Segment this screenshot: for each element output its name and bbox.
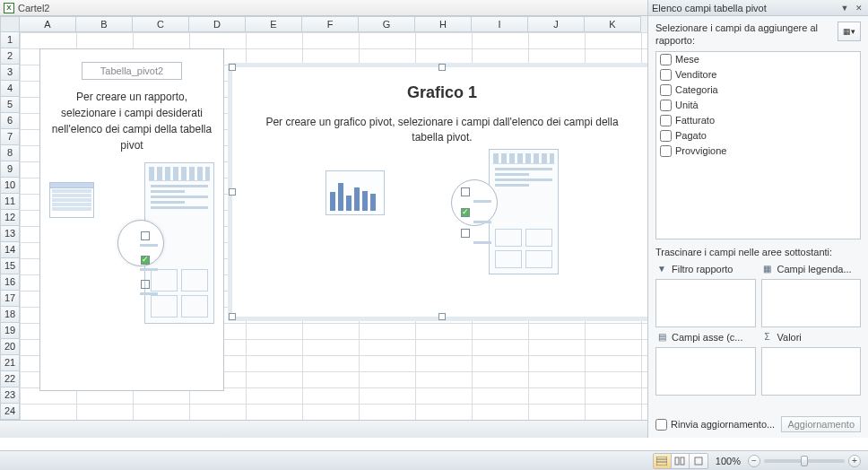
panel-dropdown-icon[interactable]: ▼ (839, 3, 850, 13)
col-header[interactable]: I (472, 16, 528, 32)
panel-title: Elenco campi tabella pivot (652, 3, 767, 13)
field-item[interactable]: Fatturato (656, 113, 860, 128)
row-header[interactable]: 21 (0, 355, 20, 371)
row-header[interactable]: 7 (0, 129, 20, 145)
col-header[interactable]: A (20, 16, 76, 32)
pivot-table-placeholder[interactable]: Tabella_pivot2 Per creare un rapporto, s… (39, 48, 224, 391)
field-label: Unità (675, 100, 699, 110)
zone-legend[interactable] (761, 279, 862, 327)
zone-filter[interactable] (655, 279, 756, 327)
chart-instruction: Per creare un grafico pivot, selezionare… (259, 115, 625, 145)
row-header[interactable]: 3 (0, 65, 20, 81)
resize-handle[interactable] (438, 64, 446, 71)
view-page-break-button[interactable] (690, 454, 707, 468)
resize-handle[interactable] (229, 313, 236, 320)
pivot-table-name: Tabella_pivot2 (82, 62, 182, 80)
field-checkbox[interactable] (660, 54, 672, 65)
workbook-titlebar: X Cartel2 (0, 0, 647, 16)
row-header[interactable]: 11 (0, 194, 20, 210)
row-header[interactable]: 19 (0, 323, 20, 339)
column-headers: A B C D E F G H I J K (0, 16, 647, 32)
view-page-layout-button[interactable] (672, 454, 690, 468)
row-header[interactable]: 2 (0, 48, 20, 65)
zone-header-axis: ▤Campi asse (c... (655, 329, 756, 345)
row-header[interactable]: 24 (0, 404, 20, 420)
field-item[interactable]: Categoria (656, 83, 860, 98)
row-header[interactable]: 8 (0, 145, 20, 161)
col-header[interactable]: H (415, 16, 472, 32)
field-checkbox[interactable] (660, 115, 672, 126)
sheet-tab-row[interactable] (0, 420, 647, 438)
defer-update-checkbox[interactable]: Rinvia aggiornamento... (655, 419, 781, 431)
zoom-track[interactable] (764, 459, 845, 463)
field-item[interactable]: Mese (656, 52, 860, 67)
zoom-level[interactable]: 100% (716, 456, 741, 466)
row-header[interactable]: 15 (0, 258, 20, 274)
row-header[interactable]: 14 (0, 242, 20, 258)
defer-update-input[interactable] (655, 419, 667, 431)
col-header[interactable]: D (189, 16, 246, 32)
row-header[interactable]: 23 (0, 387, 20, 404)
row-header[interactable]: 16 (0, 274, 20, 291)
row-header[interactable]: 9 (0, 161, 20, 178)
col-header[interactable]: B (76, 16, 133, 32)
col-header[interactable]: E (246, 16, 302, 32)
field-checkbox[interactable] (660, 145, 672, 157)
panel-titlebar: Elenco campi tabella pivot ▼ ✕ (648, 0, 868, 16)
svg-rect-5 (695, 457, 702, 465)
resize-handle[interactable] (229, 64, 236, 71)
zoom-slider: − + (748, 455, 861, 467)
bar-chart-icon (326, 170, 385, 215)
zoom-out-button[interactable]: − (748, 455, 760, 467)
magnify-icon: ✓ (451, 179, 498, 226)
svg-rect-3 (675, 457, 679, 465)
field-item[interactable]: Provvigione (656, 144, 860, 159)
row-header[interactable]: 4 (0, 81, 20, 97)
row-header[interactable]: 6 (0, 113, 20, 129)
col-header[interactable]: F (302, 16, 359, 32)
zone-values[interactable] (761, 347, 862, 396)
field-item[interactable]: Pagato (656, 128, 860, 144)
axis-icon: ▤ (655, 331, 668, 344)
row-header[interactable]: 13 (0, 226, 20, 242)
zone-header-values: ΣValori (761, 329, 862, 345)
field-checkbox[interactable] (660, 130, 672, 142)
field-checkbox[interactable] (660, 69, 672, 81)
cell-grid[interactable]: Tabella_pivot2 Per creare un rapporto, s… (20, 32, 647, 438)
row-header[interactable]: 12 (0, 210, 20, 226)
row-header[interactable]: 5 (0, 97, 20, 113)
zone-axis[interactable] (655, 347, 756, 396)
field-item[interactable]: Venditore (656, 67, 860, 83)
zoom-thumb[interactable] (801, 456, 808, 466)
row-header[interactable]: 20 (0, 339, 20, 355)
col-header[interactable]: K (585, 16, 641, 32)
row-header[interactable]: 17 (0, 291, 20, 307)
field-item[interactable]: Unità (656, 98, 860, 113)
col-header[interactable]: G (359, 16, 415, 32)
field-checkbox[interactable] (660, 100, 672, 111)
chart-illustration: ✓ (326, 161, 559, 278)
document-icon (489, 149, 559, 274)
row-header[interactable]: 18 (0, 307, 20, 323)
row-header[interactable]: 1 (0, 32, 20, 48)
svg-rect-0 (656, 457, 667, 466)
zoom-in-button[interactable]: + (848, 455, 861, 467)
view-normal-button[interactable] (654, 454, 672, 468)
resize-handle[interactable] (438, 313, 446, 320)
resize-handle[interactable] (229, 188, 236, 196)
col-header[interactable]: J (528, 16, 585, 32)
col-header[interactable]: C (133, 16, 189, 32)
field-checkbox[interactable] (660, 84, 672, 96)
status-bar: 100% − + (0, 450, 868, 470)
field-list[interactable]: MeseVenditoreCategoriaUnitàFatturatoPaga… (655, 51, 861, 239)
field-label: Mese (675, 54, 699, 65)
excel-icon: X (4, 3, 14, 13)
row-header[interactable]: 10 (0, 178, 20, 194)
pivot-chart-placeholder[interactable]: Grafico 1 Per creare un grafico pivot, s… (231, 66, 653, 318)
select-fields-label: Selezionare i campi da aggiungere al rap… (655, 22, 832, 48)
close-icon[interactable]: ✕ (854, 3, 864, 13)
select-all-corner[interactable] (0, 16, 20, 32)
row-header[interactable]: 22 (0, 371, 20, 387)
layout-options-button[interactable]: ▦▾ (838, 22, 861, 41)
update-button[interactable]: Aggiornamento (781, 416, 861, 432)
